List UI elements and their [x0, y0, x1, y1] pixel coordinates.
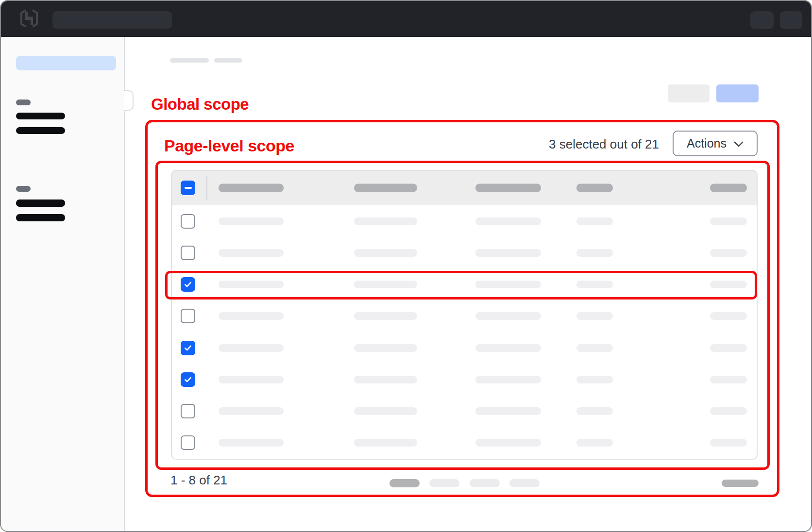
top-navigation-bar — [1, 1, 811, 37]
column-header-placeholder — [354, 184, 417, 192]
table-row — [172, 332, 757, 364]
selection-summary: 3 selected out of 21 — [438, 137, 659, 152]
cell-placeholder — [710, 344, 747, 352]
cell-placeholder — [354, 376, 417, 383]
row-checkbox[interactable] — [181, 246, 195, 260]
cell-placeholder — [475, 407, 541, 415]
column-header-placeholder — [219, 184, 284, 192]
row-checkbox[interactable] — [181, 214, 195, 229]
row-checkbox[interactable] — [181, 309, 195, 323]
cell-placeholder — [354, 344, 417, 352]
hashicorp-logo-icon — [19, 9, 39, 28]
breadcrumb-segment[interactable] — [214, 58, 242, 63]
pagination-page-button[interactable] — [389, 479, 420, 487]
table-body — [172, 205, 757, 459]
sidebar-item[interactable] — [16, 113, 65, 119]
pagination-page-button[interactable] — [429, 479, 459, 487]
cell-placeholder — [219, 312, 284, 320]
cell-placeholder — [219, 344, 284, 352]
page-scope-annotation: Page-level scope — [164, 136, 294, 155]
cell-placeholder — [354, 249, 417, 257]
row-checkbox[interactable] — [181, 404, 195, 418]
check-icon — [184, 344, 192, 352]
table-row — [172, 396, 757, 427]
pagination-range-label: 1 - 8 of 21 — [170, 473, 227, 488]
cell-placeholder — [475, 376, 541, 383]
cell-placeholder — [219, 217, 284, 225]
cell-placeholder — [576, 439, 613, 447]
cell-placeholder — [576, 217, 613, 225]
cell-placeholder — [576, 344, 613, 352]
cell-placeholder — [576, 249, 613, 257]
cell-placeholder — [354, 439, 417, 447]
cell-placeholder — [219, 376, 284, 383]
cell-placeholder — [576, 312, 613, 320]
search-input[interactable] — [52, 11, 172, 29]
data-table — [171, 170, 758, 460]
cell-placeholder — [219, 249, 284, 257]
row-scope-box — [165, 271, 757, 299]
sidebar-item-active[interactable] — [16, 56, 116, 70]
cell-placeholder — [710, 217, 747, 225]
cell-placeholder — [475, 344, 541, 352]
cell-placeholder — [710, 376, 747, 383]
actions-button-label: Actions — [687, 136, 727, 150]
cell-placeholder — [475, 312, 541, 320]
cell-placeholder — [475, 217, 541, 225]
screenshot-root: Global scope Page-level scope Row-level … — [0, 0, 812, 532]
row-checkbox[interactable] — [181, 341, 195, 355]
primary-action-button[interactable] — [716, 84, 759, 102]
cell-placeholder — [576, 376, 613, 383]
table-row — [172, 205, 757, 237]
cell-placeholder — [710, 312, 747, 320]
pagination-page-button[interactable] — [470, 479, 500, 487]
row-checkbox[interactable] — [181, 435, 195, 450]
topbar-help-button[interactable] — [750, 11, 774, 29]
cell-placeholder — [354, 217, 417, 225]
column-header-placeholder — [710, 184, 747, 192]
sidebar-section-header — [16, 100, 31, 105]
row-checkbox[interactable] — [181, 372, 195, 387]
cell-placeholder — [475, 439, 541, 447]
select-all-checkbox[interactable] — [181, 181, 195, 195]
sidebar-section-header — [16, 186, 31, 192]
cell-placeholder — [710, 439, 747, 447]
sidebar-item[interactable] — [16, 200, 65, 207]
column-header-placeholder — [576, 184, 613, 192]
cell-placeholder — [219, 439, 284, 447]
cell-placeholder — [219, 407, 284, 415]
indeterminate-icon — [185, 187, 192, 189]
cell-placeholder — [354, 407, 417, 415]
table-row — [172, 427, 757, 459]
cell-placeholder — [354, 312, 417, 320]
secondary-action-button[interactable] — [668, 84, 710, 102]
cell-placeholder — [576, 407, 613, 415]
header-divider — [206, 176, 207, 200]
sidebar — [1, 37, 125, 531]
sidebar-item[interactable] — [16, 127, 65, 134]
breadcrumb-segment[interactable] — [170, 58, 209, 63]
check-icon — [184, 375, 192, 384]
actions-button[interactable]: Actions — [673, 131, 758, 156]
topbar-user-button[interactable] — [780, 11, 802, 29]
table-row — [172, 364, 757, 395]
column-header-placeholder — [475, 184, 541, 192]
table-row — [172, 237, 757, 268]
sidebar-item[interactable] — [16, 214, 65, 221]
global-scope-annotation: Global scope — [151, 95, 249, 114]
cell-placeholder — [475, 249, 541, 257]
page-size-control[interactable] — [722, 480, 759, 487]
table-header-row — [172, 171, 757, 205]
app-window: Global scope Page-level scope Row-level … — [0, 0, 812, 532]
chevron-down-icon — [734, 141, 744, 147]
pagination-page-button[interactable] — [509, 479, 540, 487]
cell-placeholder — [710, 407, 747, 415]
cell-placeholder — [710, 249, 747, 257]
table-row — [172, 300, 757, 332]
sidebar-collapse-toggle[interactable] — [124, 90, 134, 111]
